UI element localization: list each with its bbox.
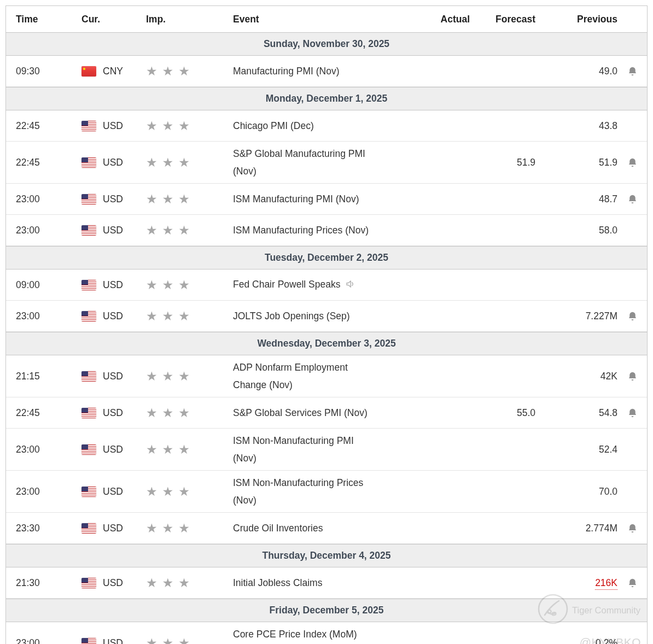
col-header-time: Time — [6, 14, 77, 25]
alert-bell-button[interactable] — [617, 486, 647, 497]
previous-value: 54.8 — [535, 407, 617, 419]
event-time: 23:00 — [6, 486, 77, 497]
alert-bell-button[interactable] — [617, 194, 647, 205]
previous-value: 2.774M — [535, 523, 617, 534]
previous-value-text: 0.2% — [596, 637, 617, 644]
importance-stars: ★★★ — [142, 120, 228, 131]
previous-value: 48.7 — [535, 194, 617, 205]
bell-icon — [627, 194, 638, 205]
event-time: 09:30 — [6, 66, 77, 77]
alert-bell-button[interactable] — [617, 577, 647, 589]
event-row: 23:00 USD ★★★ Core PCE Price Index (MoM)… — [6, 622, 647, 644]
event-name[interactable]: Core PCE Price Index (MoM)(Sep) — [228, 625, 421, 644]
event-time: 23:00 — [6, 225, 77, 236]
forecast-value: 51.9 — [470, 157, 535, 168]
previous-value-text: 43.8 — [599, 120, 617, 131]
alert-bell-button[interactable] — [617, 279, 647, 291]
previous-value-text: 42K — [600, 371, 617, 382]
event-row: 23:30 USD ★★★ Crude Oil Inventories 2.77… — [6, 513, 647, 544]
currency-flag-icon — [81, 638, 96, 644]
currency-code: USD — [103, 225, 123, 236]
event-name[interactable]: ISM Non-Manufacturing Prices(Nov) — [228, 474, 421, 509]
event-row: 21:15 USD ★★★ ADP Nonfarm EmploymentChan… — [6, 355, 647, 397]
event-time: 23:00 — [6, 637, 77, 644]
alert-bell-button[interactable] — [617, 407, 647, 419]
importance-stars: ★★★ — [142, 577, 228, 588]
currency-code: USD — [103, 523, 123, 534]
col-header-forecast: Forecast — [470, 14, 535, 25]
date-label: Thursday, December 4, 2025 — [262, 550, 390, 561]
event-time: 22:45 — [6, 407, 77, 419]
importance-stars: ★★★ — [142, 523, 228, 534]
col-header-actual: Actual — [421, 14, 470, 25]
currency-flag-icon — [81, 578, 96, 588]
date-separator-row: Wednesday, December 3, 2025 — [6, 332, 647, 355]
previous-value-text[interactable]: 216K — [595, 577, 617, 590]
event-name[interactable]: Chicago PMI (Dec) — [228, 117, 421, 134]
alert-bell-button[interactable] — [617, 637, 647, 644]
event-time: 23:00 — [6, 194, 77, 205]
event-name[interactable]: Crude Oil Inventories — [228, 519, 421, 537]
previous-value: 43.8 — [535, 120, 617, 132]
previous-value-text: 52.4 — [599, 444, 617, 455]
alert-bell-button[interactable] — [617, 225, 647, 236]
event-name[interactable]: ADP Nonfarm EmploymentChange (Nov) — [228, 359, 421, 394]
event-row: 23:00 USD ★★★ ISM Manufacturing Prices (… — [6, 215, 647, 246]
previous-value-text: 51.9 — [599, 157, 617, 168]
date-separator-row: Tuesday, December 2, 2025 — [6, 246, 647, 270]
currency-code: USD — [103, 157, 123, 168]
event-name[interactable]: ISM Manufacturing Prices (Nov) — [228, 221, 421, 239]
event-currency: USD — [77, 279, 142, 291]
date-separator-row: Monday, December 1, 2025 — [6, 87, 647, 110]
currency-code: USD — [103, 486, 123, 497]
col-header-event: Event — [228, 14, 421, 25]
importance-stars: ★★★ — [142, 66, 228, 77]
alert-bell-button[interactable] — [617, 311, 647, 322]
event-name[interactable]: JOLTS Job Openings (Sep) — [228, 307, 421, 325]
currency-flag-icon — [81, 157, 96, 168]
currency-code: CNY — [103, 66, 123, 77]
bell-icon — [627, 279, 638, 291]
event-currency: USD — [77, 194, 142, 205]
event-row: 23:00 USD ★★★ ISM Non-Manufacturing PMI(… — [6, 429, 647, 471]
alert-bell-button[interactable] — [617, 157, 647, 168]
event-time: 09:00 — [6, 279, 77, 291]
alert-bell-button[interactable] — [617, 66, 647, 77]
date-label: Friday, December 5, 2025 — [270, 605, 384, 616]
bell-icon — [627, 371, 638, 382]
event-name[interactable]: ISM Manufacturing PMI (Nov) — [228, 190, 421, 208]
event-name[interactable]: S&P Global Services PMI (Nov) — [228, 404, 421, 421]
event-name[interactable]: ISM Non-Manufacturing PMI(Nov) — [228, 432, 421, 467]
alert-bell-button[interactable] — [617, 120, 647, 132]
currency-code: USD — [103, 120, 123, 132]
alert-bell-button[interactable] — [617, 523, 647, 534]
currency-flag-icon — [81, 371, 96, 382]
previous-value: 42K — [535, 371, 617, 382]
bell-icon — [627, 577, 638, 589]
currency-flag-icon — [81, 121, 96, 131]
event-row: 23:00 USD ★★★ ISM Non-Manufacturing Pric… — [6, 471, 647, 513]
alert-bell-button[interactable] — [617, 371, 647, 382]
event-name[interactable]: S&P Global Manufacturing PMI(Nov) — [228, 145, 421, 180]
event-currency: USD — [77, 311, 142, 322]
importance-stars: ★★★ — [142, 371, 228, 382]
currency-flag-icon — [81, 225, 96, 236]
event-time: 23:30 — [6, 523, 77, 534]
previous-value: 216K — [535, 577, 617, 589]
event-name[interactable]: Fed Chair Powell Speaks — [228, 276, 421, 295]
currency-code: USD — [103, 371, 123, 382]
event-currency: USD — [77, 444, 142, 455]
importance-stars: ★★★ — [142, 157, 228, 168]
event-row: 21:30 USD ★★★ Initial Jobless Claims 216… — [6, 567, 647, 599]
alert-bell-button[interactable] — [617, 444, 647, 455]
importance-stars: ★★★ — [142, 311, 228, 321]
currency-flag-icon — [81, 487, 96, 497]
importance-stars: ★★★ — [142, 407, 228, 418]
currency-flag-icon — [81, 66, 96, 77]
previous-value-text: 7.227M — [586, 311, 617, 321]
event-name[interactable]: Initial Jobless Claims — [228, 574, 421, 592]
event-name[interactable]: Manufacturing PMI (Nov) — [228, 62, 421, 80]
col-header-previous: Previous — [535, 14, 617, 25]
previous-value: 49.0 — [535, 66, 617, 77]
bell-icon — [627, 523, 638, 534]
